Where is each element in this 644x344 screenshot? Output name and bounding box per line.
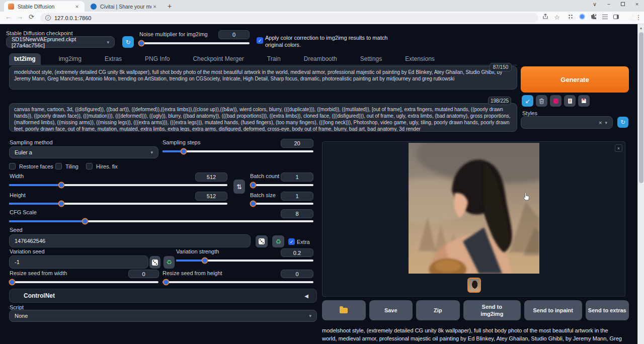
profile-avatar[interactable] <box>624 13 632 21</box>
resize-seed-height-slider[interactable] <box>163 281 313 283</box>
tab-img2img[interactable]: img2img <box>54 53 87 65</box>
refresh-checkpoints-button[interactable]: ↻ <box>122 36 134 48</box>
zip-button[interactable]: Zip <box>416 300 460 320</box>
site-info-icon[interactable]: i <box>45 15 51 21</box>
variation-strength-slider[interactable] <box>176 260 313 262</box>
side-panel-icon[interactable] <box>612 14 620 22</box>
send-to-img2img-button[interactable]: Send to img2img <box>463 300 521 320</box>
resize-seed-width-slider[interactable] <box>9 281 158 283</box>
tab-checkpoint-merger[interactable]: Checkpoint Merger <box>188 53 249 65</box>
gallery-thumbnail[interactable] <box>467 278 481 293</box>
tab-txt2img[interactable]: txt2img <box>9 53 41 65</box>
noise-multiplier-slider[interactable] <box>140 42 250 44</box>
batch-size-slider[interactable] <box>250 203 313 205</box>
reading-list-icon[interactable] <box>601 14 609 22</box>
tab-dreambooth[interactable]: Dreambooth <box>299 53 342 65</box>
reload-icon[interactable]: ⟳ <box>29 13 34 21</box>
back-icon[interactable]: ← <box>5 13 12 21</box>
extra-seed-checkbox[interactable]: ✓ <box>288 238 295 245</box>
variation-strength-value[interactable]: 0.2 <box>281 248 313 257</box>
browser-tab-civitai[interactable]: Civitai | Share your models × <box>87 1 162 12</box>
open-folder-button[interactable] <box>322 300 366 320</box>
generated-image[interactable] <box>409 143 539 274</box>
reuse-variation-seed-button[interactable]: ♻ <box>164 256 175 269</box>
scroll-up-icon[interactable]: ▲ <box>638 24 644 30</box>
random-seed-button[interactable] <box>256 235 268 247</box>
cfg-scale-slider[interactable] <box>9 220 313 222</box>
window-minimize-button[interactable]: − <box>602 1 616 7</box>
variation-seed-input[interactable]: -1 <box>9 255 148 269</box>
browser-menu-icon[interactable]: ⋮ <box>634 14 642 22</box>
prompt-textarea[interactable]: modelshoot style, (extremely detailed CG… <box>9 66 517 90</box>
apps-grid-icon[interactable] <box>567 14 575 22</box>
page-scrollbar[interactable]: ▲ <box>637 24 644 344</box>
sampling-steps-slider[interactable] <box>163 150 313 152</box>
forward-icon[interactable]: → <box>17 13 23 21</box>
restore-faces-checkbox[interactable] <box>9 163 16 169</box>
tab-close-icon[interactable]: × <box>151 4 158 10</box>
width-value[interactable]: 512 <box>195 173 227 182</box>
styles-label: Styles <box>522 110 537 116</box>
reuse-seed-button[interactable]: ♻ <box>272 235 284 247</box>
tiling-checkbox[interactable] <box>55 163 62 169</box>
noise-multiplier-value[interactable]: 0 <box>218 30 250 39</box>
checkpoint-select[interactable]: SD15NewVAEpruned.ckpt [27a4ac756c] ▾ <box>6 36 115 48</box>
new-tab-button[interactable]: + <box>168 2 172 10</box>
tab-extensions[interactable]: Extensions <box>400 53 440 65</box>
scrollbar-thumb[interactable] <box>639 32 643 183</box>
sampling-steps-value[interactable]: 20 <box>281 139 313 148</box>
random-variation-seed-button[interactable] <box>149 256 160 269</box>
send-to-extras-button[interactable]: Send to extras <box>586 300 629 320</box>
swap-dimensions-button[interactable]: ⇅ <box>233 180 245 194</box>
controlnet-label: ControlNet <box>24 292 55 299</box>
tab-extras[interactable]: Extras <box>100 53 127 65</box>
tab-png-info[interactable]: PNG Info <box>140 53 175 65</box>
script-select[interactable]: None ▾ <box>9 310 317 322</box>
share-icon[interactable] <box>541 14 549 22</box>
tab-train[interactable]: Train <box>262 53 286 65</box>
extra-seed-label: Extra <box>297 239 310 245</box>
checkpoint-value: SD15NewVAEpruned.ckpt [27a4ac756c] <box>12 36 107 48</box>
collapse-arrow-icon: ◀ <box>304 293 308 299</box>
batch-count-slider[interactable] <box>250 184 313 186</box>
controlnet-accordion[interactable]: ControlNet ◀ <box>9 289 317 303</box>
styles-select[interactable]: × ▾ <box>521 116 613 129</box>
color-correction-checkbox[interactable]: ✓ <box>257 37 263 44</box>
save-button[interactable]: Save <box>369 300 413 320</box>
window-restore-button[interactable] <box>616 1 630 7</box>
extension-dot-icon[interactable] <box>578 14 586 22</box>
extra-networks-icon[interactable] <box>550 95 561 107</box>
generate-button[interactable]: Generate <box>521 66 629 93</box>
cfg-scale-label: CFG Scale <box>10 209 37 215</box>
close-gallery-icon[interactable]: × <box>615 144 622 152</box>
extensions-puzzle-icon[interactable] <box>590 14 598 22</box>
height-value[interactable]: 512 <box>195 192 227 201</box>
tab-title: Civitai | Share your models <box>100 4 151 10</box>
negative-prompt-textarea[interactable]: canvas frame, cartoon, 3d, ((disfigured)… <box>9 103 517 132</box>
address-bar[interactable]: i 127.0.0.1:7860 <box>40 13 538 23</box>
save-style-icon[interactable] <box>578 95 590 107</box>
color-correction-label: Apply color correction to img2img result… <box>265 34 402 48</box>
hires-fix-checkbox[interactable] <box>86 163 93 169</box>
tab-close-icon[interactable]: × <box>73 4 80 10</box>
height-slider[interactable] <box>9 203 227 205</box>
resize-seed-width-value[interactable]: 0 <box>128 270 159 278</box>
resize-seed-height-value[interactable]: 0 <box>281 270 313 278</box>
sampling-method-select[interactable]: Euler a ▾ <box>9 146 158 158</box>
clear-styles-icon[interactable]: × <box>599 120 602 126</box>
seed-input[interactable]: 1476462546 <box>9 234 251 247</box>
cfg-scale-value[interactable]: 8 <box>281 209 313 218</box>
apply-style-icon[interactable] <box>564 95 576 107</box>
tab-settings[interactable]: Settings <box>355 53 387 65</box>
batch-size-value[interactable]: 1 <box>281 192 313 201</box>
send-to-inpaint-button[interactable]: Send to inpaint <box>524 300 582 320</box>
paste-params-icon[interactable]: ↙ <box>522 95 533 107</box>
bookmark-star-icon[interactable]: ☆ <box>553 14 561 22</box>
width-slider[interactable] <box>9 184 227 186</box>
clear-prompt-icon[interactable] <box>536 95 547 107</box>
browser-tab-stable-diffusion[interactable]: Stable Diffusion × <box>4 1 85 12</box>
batch-count-value[interactable]: 1 <box>281 173 313 182</box>
window-close-button[interactable]: × <box>630 1 644 7</box>
window-chevron-icon[interactable]: ∨ <box>588 1 602 8</box>
refresh-styles-button[interactable]: ↻ <box>617 117 628 128</box>
